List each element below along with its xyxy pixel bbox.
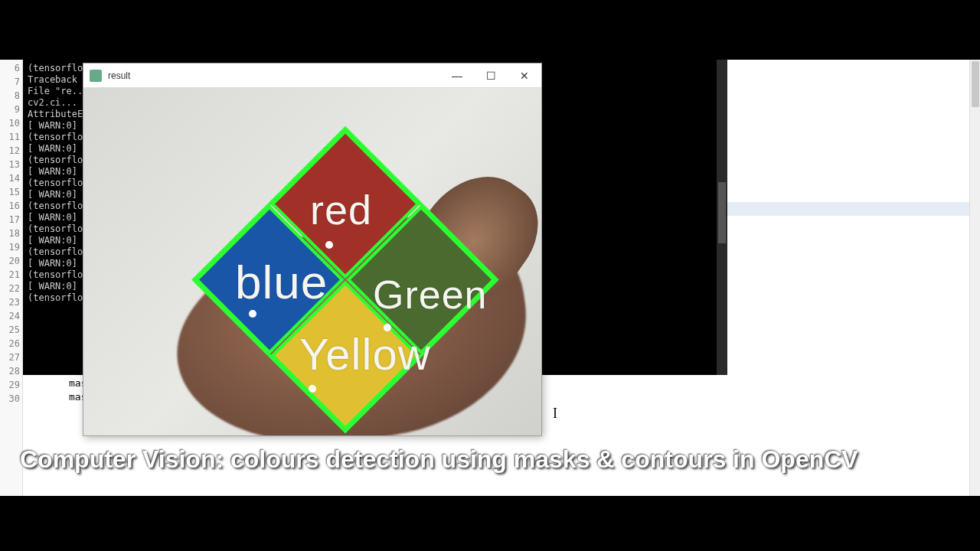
editor-scrollbar[interactable] xyxy=(969,60,980,499)
window-titlebar[interactable]: result — ☐ ✕ xyxy=(83,64,541,88)
letterbox-bottom xyxy=(0,496,980,551)
maximize-button[interactable]: ☐ xyxy=(474,64,508,88)
opencv-result-window[interactable]: result — ☐ ✕ red blue Green xyxy=(83,63,542,436)
label-yellow: Yellow xyxy=(299,328,431,380)
dot-blue xyxy=(249,310,256,318)
result-image: red blue Green Yellow xyxy=(83,88,541,435)
terminal-scrollbar-thumb[interactable] xyxy=(718,182,726,243)
dot-red xyxy=(325,241,333,249)
terminal-scrollbar[interactable] xyxy=(717,60,727,375)
close-button[interactable]: ✕ xyxy=(508,64,541,88)
text-cursor-icon: I xyxy=(553,406,557,422)
editor-selected-line xyxy=(726,202,969,216)
editor-scrollbar-thumb[interactable] xyxy=(972,61,979,107)
label-blue: blue xyxy=(235,255,328,309)
app-icon xyxy=(90,70,102,82)
letterbox-top xyxy=(0,0,980,55)
window-title: result xyxy=(108,70,440,81)
label-red: red xyxy=(310,186,372,233)
label-green: Green xyxy=(373,272,488,318)
video-caption: Computer Vision: colours detection using… xyxy=(0,441,980,478)
minimize-button[interactable]: — xyxy=(440,64,474,88)
dot-yellow xyxy=(309,385,316,393)
editor-line-gutter: 6789101112131415161718192021222324252627… xyxy=(0,60,23,499)
